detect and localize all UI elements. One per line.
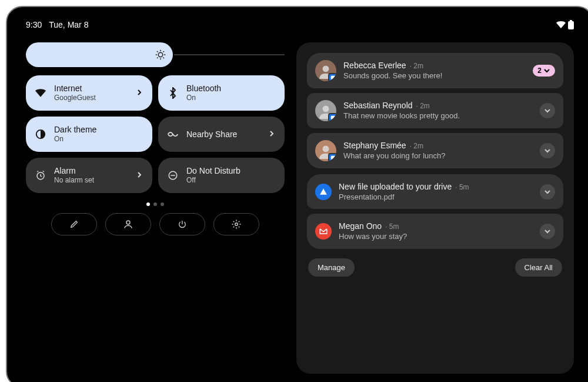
tile-title: Dark theme	[54, 125, 144, 135]
notification-meta: · 5m	[455, 183, 469, 192]
notification-text: That new movie looks pretty good.	[343, 111, 533, 121]
clear-all-button[interactable]: Clear All	[515, 258, 562, 277]
settings-icon	[231, 219, 242, 230]
quick-settings-panel: Internet GoogleGuest Bluetooth On Dark t…	[26, 42, 285, 374]
tile-subtitle: No alarm set	[54, 176, 136, 184]
brightness-icon	[155, 49, 166, 60]
pager-dot[interactable]	[161, 202, 164, 206]
notification[interactable]: Stephany Esmée · 2m What are you doing f…	[307, 133, 563, 168]
status-time: 9:30	[26, 20, 42, 29]
notification-meta: · 2m	[410, 62, 423, 71]
notification-title: Stephany Esmée	[343, 140, 406, 151]
dnd-icon	[166, 169, 179, 182]
page-indicator	[26, 202, 285, 206]
tablet-frame: 9:30 Tue, Mar 8	[6, 6, 588, 382]
svg-rect-22	[330, 155, 335, 159]
darkmode-icon	[34, 128, 47, 141]
avatar	[315, 140, 336, 161]
qs-tile-alarm[interactable]: Alarm No alarm set	[26, 158, 152, 193]
notification[interactable]: Sebastian Reynold · 2m That new movie lo…	[307, 93, 563, 128]
gmail-icon	[315, 223, 332, 240]
notification-title: Rebecca Everlee	[343, 60, 406, 71]
notification-meta: · 5m	[385, 222, 399, 232]
app-badge-icon	[328, 113, 336, 121]
qs-tile-wifi[interactable]: Internet GoogleGuest	[26, 75, 152, 111]
svg-rect-1	[570, 20, 572, 22]
notification[interactable]: Megan Ono · 5m How was your stay?	[307, 214, 563, 248]
tile-title: Nearby Share	[186, 129, 268, 139]
status-indicators	[556, 20, 574, 29]
chevron-right-icon	[136, 171, 144, 180]
tile-title: Internet	[54, 84, 136, 94]
svg-point-21	[323, 145, 329, 152]
svg-rect-0	[568, 21, 574, 29]
pager-dot[interactable]	[146, 202, 150, 206]
notification-title: Sebastian Reynold	[343, 100, 413, 111]
notification-text: What are you doing for lunch?	[343, 151, 533, 161]
expand-button[interactable]	[540, 143, 555, 158]
tile-subtitle: GoogleGuest	[54, 94, 136, 102]
svg-point-15	[126, 221, 130, 224]
svg-point-19	[323, 105, 329, 112]
notification-panel: Rebecca Everlee · 2m Sounds good. See yo…	[296, 42, 574, 374]
user-icon	[123, 219, 133, 230]
qs-tile-darkmode[interactable]: Dark theme On	[26, 117, 152, 152]
notification-text: How was your stay?	[339, 232, 533, 242]
expand-button[interactable]	[540, 224, 555, 239]
wifi-icon	[556, 21, 566, 28]
notification-count-badge[interactable]: 2	[533, 65, 555, 77]
pager-dot[interactable]	[153, 202, 157, 206]
app-badge-icon	[328, 153, 336, 161]
qs-tile-bluetooth[interactable]: Bluetooth On	[158, 75, 285, 111]
status-date: Tue, Mar 8	[49, 20, 88, 29]
status-bar: 9:30 Tue, Mar 8	[26, 18, 574, 32]
svg-line-7	[157, 51, 158, 52]
svg-point-2	[158, 52, 163, 57]
app-badge-icon	[328, 73, 336, 81]
svg-line-10	[163, 51, 165, 52]
notification-title: New file uploaded to your drive	[339, 181, 452, 192]
notification-title: Megan Ono	[339, 221, 382, 231]
tile-subtitle: On	[54, 135, 144, 143]
bluetooth-icon	[166, 87, 179, 99]
tile-subtitle: On	[186, 94, 276, 102]
manage-button[interactable]: Manage	[308, 258, 355, 277]
power-icon	[178, 220, 187, 229]
qs-tile-nearby[interactable]: Nearby Share	[158, 117, 285, 152]
tile-subtitle: Off	[186, 176, 276, 184]
qs-tile-dnd[interactable]: Do Not Disturb Off	[158, 158, 285, 193]
svg-rect-18	[330, 75, 335, 79]
brightness-slider[interactable]	[26, 42, 285, 67]
wifi-icon	[34, 87, 47, 99]
settings-button[interactable]	[213, 213, 259, 235]
svg-line-8	[163, 58, 165, 59]
battery-icon	[568, 20, 574, 29]
nearby-icon	[166, 128, 179, 141]
edit-icon	[69, 220, 79, 229]
tile-title: Do Not Disturb	[186, 166, 276, 176]
expand-button[interactable]	[540, 184, 555, 200]
chevron-right-icon	[268, 130, 276, 138]
avatar	[315, 100, 336, 121]
svg-rect-20	[330, 115, 335, 119]
notification[interactable]: Rebecca Everlee · 2m Sounds good. See yo…	[307, 53, 563, 88]
notification-text: Presentation.pdf	[339, 192, 533, 202]
notification[interactable]: New file uploaded to your drive · 5m Pre…	[307, 174, 563, 209]
drive-icon	[315, 184, 332, 200]
avatar	[315, 60, 336, 81]
svg-point-16	[235, 223, 238, 226]
user-button[interactable]	[105, 213, 151, 235]
svg-point-17	[323, 65, 329, 72]
notification-text: Sounds good. See you there!	[343, 71, 526, 81]
chevron-right-icon	[136, 89, 144, 97]
tile-title: Alarm	[54, 166, 136, 176]
expand-button[interactable]	[540, 103, 555, 118]
svg-line-9	[157, 58, 158, 59]
notification-meta: · 2m	[410, 142, 423, 151]
tile-title: Bluetooth	[186, 84, 276, 94]
notification-meta: · 2m	[416, 102, 430, 111]
edit-button[interactable]	[51, 213, 97, 235]
power-button[interactable]	[159, 213, 205, 235]
alarm-icon	[34, 169, 47, 182]
